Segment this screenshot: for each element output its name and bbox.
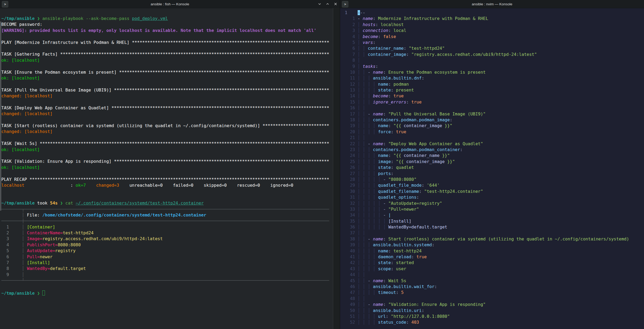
window-title-left: ansible : fish — Konsole: [0, 2, 340, 6]
line-number: 38: [342, 236, 358, 241]
text-segment: :: [383, 70, 388, 75]
text-segment: ****************************************…: [132, 40, 329, 45]
terminal-line: 27 │ │ │ │ ports:: [342, 171, 644, 177]
text-segment: name: [373, 302, 383, 307]
indent-guide: │: [358, 58, 363, 63]
text-segment: -: [383, 207, 388, 212]
text-segment: =: [37, 254, 40, 259]
terminal-line: [1, 284, 333, 290]
titlebar-right[interactable]: > ansible : nvim — Konsole: [340, 0, 644, 8]
line-number: 8: [342, 58, 358, 63]
text-segment: ansible.builtin.uri: [373, 308, 422, 313]
text-segment: :: [391, 88, 396, 93]
text-segment: ****************************************…: [114, 159, 329, 164]
text-segment: "{{: [396, 159, 404, 164]
text-segment: daemon_reload: [378, 254, 411, 259]
text-segment: :: [373, 16, 378, 21]
titlebar-left[interactable]: > ansible : fish — Konsole: [0, 0, 340, 8]
indent-guide: │ │ │ │ │ │: [358, 224, 388, 230]
text-segment: ansible.builtin.systemd: [373, 242, 432, 247]
text-segment: 2: [1, 230, 22, 235]
indent-guide: │ │ │ │: [358, 195, 378, 200]
indent-guide: │ │: [358, 141, 368, 146]
text-segment: =: [40, 236, 43, 241]
text-segment: container_image: [401, 123, 445, 128]
indent-guide: │ │ │ │: [358, 159, 378, 164]
text-segment: ────────┴───────────────────────────────…: [1, 278, 329, 283]
text-segment: test-http24: [394, 248, 422, 253]
text-segment: -: [383, 177, 388, 182]
text-segment: timeout: [378, 290, 396, 295]
line-number: 3: [342, 28, 358, 33]
terminal-line: 36 │ │ │ │ │ │ WantedBy=default.target: [342, 224, 644, 230]
fish-terminal-output[interactable]: ~/tmp/ansible ❯ ansible-playbook --ask-b…: [1, 16, 333, 295]
line-number: 41: [342, 254, 358, 259]
text-segment: │: [22, 266, 27, 271]
text-segment: 8: [1, 266, 22, 271]
terminal-line: 39 │ │ │ ansible.builtin.systemd:: [342, 242, 644, 248]
minimize-button[interactable]: [317, 2, 322, 6]
text-segment: :: [391, 165, 396, 170]
indent-guide: │ │: [358, 296, 368, 301]
scrollbar[interactable]: [333, 8, 340, 329]
text-segment: 9: [1, 272, 22, 277]
text-segment: name: [373, 278, 383, 283]
terminal-line: 22 │ │ - name: "Deploy Web App Container…: [342, 141, 644, 147]
text-segment: ansible-playbook --ask-become-pass: [42, 16, 129, 21]
terminal-line: 7 │ [Install]: [1, 260, 333, 266]
text-segment: ~/tmp/ansible: [1, 291, 35, 296]
text-segment: TASK [Gathering Facts]: [1, 52, 60, 57]
close-button[interactable]: [333, 2, 338, 6]
terminal-line: [1, 45, 333, 51]
text-segment: true: [396, 129, 406, 134]
indent-guide: │ │ │ │: [358, 248, 378, 253]
text-segment: name: [373, 111, 383, 116]
line-number: 18: [342, 117, 358, 122]
line-number: 14: [342, 93, 358, 98]
text-segment: "registry.access.redhat.com/ubi9/httpd-2…: [411, 52, 537, 57]
text-segment: 7: [1, 260, 22, 265]
text-segment: ❯: [37, 16, 40, 21]
text-segment: 8080:8080: [58, 242, 81, 247]
indent-guide: │: [358, 40, 363, 45]
terminal-line: 13 │ │ │ │ state: present: [342, 87, 644, 93]
text-segment: ****************************************…: [114, 88, 329, 93]
terminal-line: [1, 63, 333, 69]
text-segment: force: [378, 129, 391, 134]
indent-guide: │ │: [358, 278, 368, 283]
text-segment: test-httpd24: [63, 230, 94, 235]
maximize-button[interactable]: [325, 2, 330, 6]
text-segment: :: [411, 254, 416, 259]
line-number: 22: [342, 141, 358, 146]
terminal-line: [1, 99, 333, 105]
terminal-line: 45 │ │ - name: Wait 5s: [342, 278, 644, 284]
terminal-line: TASK [Deploy Web App Container as Quadle…: [1, 105, 333, 111]
terminal-line: 16 │ │: [342, 105, 644, 111]
terminal-line: 32 │ │ │ │ │ - "AutoUpdate=registry": [342, 201, 644, 206]
terminal-line: 9 │ tasks:: [342, 64, 644, 69]
nvim-editor-buffer[interactable]: 1 --- 1 - name: Modernize Infrastructure…: [342, 10, 644, 326]
text-segment: [35, 16, 37, 21]
text-segment: -: [383, 213, 388, 218]
text-segment: -: [368, 111, 373, 116]
text-segment: :: [422, 308, 424, 313]
text-segment: :: [383, 141, 388, 146]
indent-guide: │ │: [358, 111, 368, 116]
indent-guide: │ │ │: [358, 93, 373, 98]
text-segment: name: [363, 16, 373, 21]
text-segment: }}": [445, 123, 452, 128]
terminal-line: 8 │: [342, 57, 644, 63]
text-segment: false: [383, 34, 396, 39]
line-number: 30: [342, 189, 358, 194]
text-segment: File:: [27, 213, 42, 218]
text-segment: containers.podman.podman_container: [373, 147, 460, 152]
line-number: 48: [342, 296, 358, 301]
text-segment: 5: [1, 248, 22, 253]
text-segment: :: [432, 242, 434, 247]
terminal-line: 2 │ hosts: localhost: [342, 22, 644, 28]
text-segment: quadlet_file_mode: [378, 183, 422, 188]
text-segment: :: [383, 302, 388, 307]
terminal-line: ok: [localhost]: [1, 57, 333, 63]
terminal-line: localhost : ok=7 changed=3 unreachable=0…: [1, 182, 333, 188]
text-segment: |: [388, 213, 391, 218]
